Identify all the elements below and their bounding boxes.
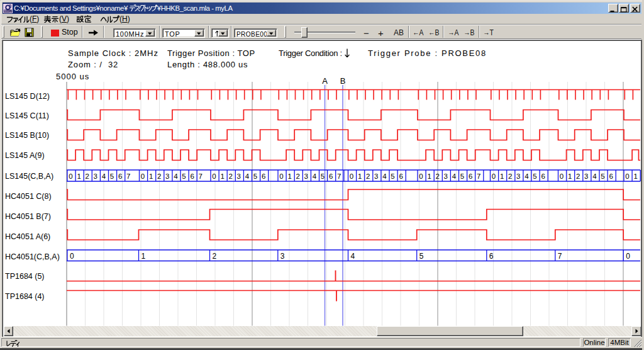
svg-text:4: 4 bbox=[592, 172, 597, 180]
svg-text:2: 2 bbox=[229, 172, 233, 180]
svg-text:1: 1 bbox=[358, 172, 362, 180]
svg-text:1: 1 bbox=[77, 172, 80, 180]
svg-text:1: 1 bbox=[500, 172, 504, 180]
svg-text:TP1684 (4): TP1684 (4) bbox=[5, 292, 45, 301]
svg-text:7: 7 bbox=[558, 252, 562, 261]
svg-text:0: 0 bbox=[70, 252, 74, 261]
svg-text:6: 6 bbox=[190, 172, 194, 180]
svg-text:2: 2 bbox=[213, 252, 217, 261]
svg-text:4: 4 bbox=[245, 172, 250, 180]
svg-text:1: 1 bbox=[142, 252, 146, 261]
svg-text:6: 6 bbox=[329, 172, 333, 180]
svg-text:1: 1 bbox=[149, 172, 153, 180]
svg-text:5: 5 bbox=[321, 172, 325, 180]
svg-text:6: 6 bbox=[489, 252, 494, 261]
svg-text:0: 0 bbox=[212, 172, 216, 180]
svg-text:5: 5 bbox=[460, 172, 464, 180]
svg-text:3: 3 bbox=[94, 172, 97, 180]
svg-text:0: 0 bbox=[560, 172, 564, 180]
svg-text:5: 5 bbox=[182, 172, 186, 180]
svg-text:1: 1 bbox=[220, 172, 224, 180]
svg-text:2: 2 bbox=[86, 172, 89, 180]
svg-text:6: 6 bbox=[399, 172, 402, 180]
svg-text:HC4051(C,B,A): HC4051(C,B,A) bbox=[5, 252, 60, 261]
svg-text:3: 3 bbox=[444, 172, 448, 180]
svg-text:3: 3 bbox=[165, 172, 169, 180]
svg-text:3: 3 bbox=[374, 172, 378, 180]
svg-text:5: 5 bbox=[110, 172, 114, 180]
svg-text:1: 1 bbox=[568, 172, 572, 180]
svg-text:3: 3 bbox=[280, 252, 285, 261]
svg-text:LS145 D(12): LS145 D(12) bbox=[5, 92, 50, 101]
svg-text:4: 4 bbox=[313, 172, 317, 180]
svg-text:5: 5 bbox=[391, 172, 394, 180]
svg-text:B: B bbox=[340, 76, 346, 86]
svg-text:7: 7 bbox=[477, 172, 480, 180]
svg-text:2: 2 bbox=[296, 172, 300, 180]
svg-text:7: 7 bbox=[337, 172, 341, 180]
svg-text:5: 5 bbox=[601, 172, 604, 180]
svg-text:1: 1 bbox=[427, 172, 431, 180]
svg-text:7: 7 bbox=[126, 172, 130, 180]
svg-text:7: 7 bbox=[199, 172, 203, 180]
svg-text:2: 2 bbox=[366, 172, 370, 180]
svg-text:LS145 C(11): LS145 C(11) bbox=[5, 111, 49, 120]
svg-text:2: 2 bbox=[157, 172, 161, 180]
svg-text:0: 0 bbox=[350, 172, 353, 180]
svg-text:HC4051 A(6): HC4051 A(6) bbox=[5, 232, 50, 241]
svg-text:3: 3 bbox=[304, 172, 308, 180]
svg-text:4: 4 bbox=[351, 252, 355, 261]
svg-text:6: 6 bbox=[262, 172, 265, 180]
svg-text:6: 6 bbox=[609, 172, 613, 180]
svg-text:LS145 A(9): LS145 A(9) bbox=[5, 151, 45, 160]
svg-text:2: 2 bbox=[436, 172, 440, 180]
svg-text:3: 3 bbox=[237, 172, 241, 180]
svg-text:1: 1 bbox=[287, 172, 291, 180]
svg-text:1: 1 bbox=[633, 172, 637, 180]
svg-text:HC4051 B(7): HC4051 B(7) bbox=[5, 212, 51, 221]
svg-text:0: 0 bbox=[492, 172, 496, 180]
svg-text:4: 4 bbox=[102, 172, 106, 180]
svg-text:6: 6 bbox=[469, 172, 472, 180]
svg-text:0: 0 bbox=[279, 172, 283, 180]
svg-text:A: A bbox=[322, 76, 328, 86]
svg-text:2: 2 bbox=[508, 172, 512, 180]
svg-text:0: 0 bbox=[626, 252, 630, 261]
svg-text:LS145 B(10): LS145 B(10) bbox=[5, 131, 49, 140]
svg-text:6: 6 bbox=[541, 172, 545, 180]
svg-text:4: 4 bbox=[525, 172, 529, 180]
svg-text:HC4051 C(8): HC4051 C(8) bbox=[5, 192, 52, 201]
svg-text:3: 3 bbox=[516, 172, 520, 180]
svg-text:0: 0 bbox=[419, 172, 423, 180]
svg-text:0: 0 bbox=[141, 172, 145, 180]
svg-text:4: 4 bbox=[382, 172, 387, 180]
svg-text:0: 0 bbox=[625, 172, 629, 180]
svg-text:TP1684 (5): TP1684 (5) bbox=[5, 272, 45, 281]
svg-text:6: 6 bbox=[118, 172, 122, 180]
svg-text:5: 5 bbox=[533, 172, 536, 180]
svg-text:3: 3 bbox=[584, 172, 588, 180]
svg-text:2: 2 bbox=[576, 172, 580, 180]
svg-text:5: 5 bbox=[253, 172, 257, 180]
svg-text:0: 0 bbox=[69, 172, 72, 180]
svg-text:LS145(C,B,A): LS145(C,B,A) bbox=[5, 172, 53, 181]
svg-text:4: 4 bbox=[452, 172, 457, 180]
svg-text:4: 4 bbox=[174, 172, 178, 180]
svg-text:5: 5 bbox=[419, 252, 424, 261]
